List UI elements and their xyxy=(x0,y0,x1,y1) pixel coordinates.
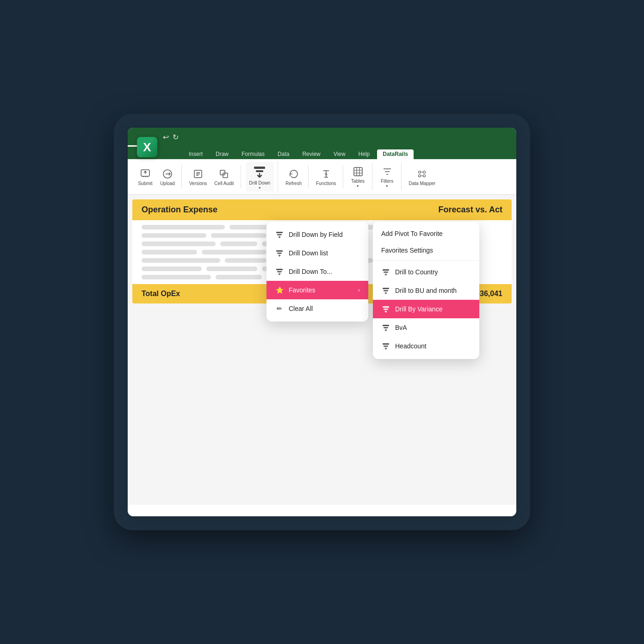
upload-button[interactable]: Upload xyxy=(157,166,178,187)
versions-button[interactable]: Versions xyxy=(186,166,210,187)
filters-icon xyxy=(381,165,394,178)
drill-by-field-icon xyxy=(275,230,284,239)
cell xyxy=(202,250,266,254)
undo-icon[interactable]: ↩ xyxy=(163,133,169,142)
tables-label: Tables xyxy=(351,179,365,184)
tab-draw[interactable]: Draw xyxy=(210,149,234,159)
cell xyxy=(216,275,262,279)
svg-rect-4 xyxy=(223,173,228,178)
drill-dropdown: Drill Down by Field Drill Down list Dril… xyxy=(266,222,368,322)
group-tables: Tables ▾ xyxy=(344,163,372,191)
svg-rect-20 xyxy=(277,234,282,235)
add-pivot-label: Add Pivot To Favorite xyxy=(381,230,443,237)
refresh-button[interactable]: Refresh xyxy=(283,166,304,187)
data-mapper-icon xyxy=(415,167,428,180)
forecast-vs-act-title: Forecast vs. Act xyxy=(439,205,502,215)
ribbon-tabs: Insert Draw Formulas Data Review View He… xyxy=(128,146,516,159)
favorites-submenu: Add Pivot To Favorite Favorites Settings… xyxy=(373,222,479,359)
upload-icon xyxy=(161,167,174,180)
excel-logo: X xyxy=(137,137,157,157)
excel-topbar: ↩ ↻ xyxy=(128,128,516,146)
headcount-label: Headcount xyxy=(395,342,427,350)
favorites-chevron: › xyxy=(358,287,360,293)
tables-icon xyxy=(352,165,365,178)
tab-help[interactable]: Help xyxy=(353,149,376,159)
svg-point-15 xyxy=(419,175,421,177)
tab-formulas[interactable]: Formulas xyxy=(236,149,270,159)
main-content: Operation Expense Forecast vs. Act xyxy=(128,195,516,505)
drill-down-icon xyxy=(251,163,268,180)
svg-rect-33 xyxy=(383,343,389,345)
bva-item[interactable]: BvA xyxy=(373,318,479,337)
cell xyxy=(220,242,257,246)
drill-country-item[interactable]: Drill to Country xyxy=(373,263,479,281)
group-data-mapper: Data Mapper xyxy=(402,165,442,188)
clear-all-item[interactable]: ✏ Clear All xyxy=(266,299,368,318)
svg-rect-6 xyxy=(256,170,263,172)
submit-button[interactable]: Submit xyxy=(135,166,155,187)
fav-settings-label: Favorites Settings xyxy=(381,247,433,254)
drill-variance-item[interactable]: Drill By Variance xyxy=(373,300,479,318)
cell xyxy=(142,225,225,229)
group-versions: Versions Cell Audit xyxy=(183,165,241,188)
tables-button[interactable]: Tables ▾ xyxy=(348,164,368,190)
svg-rect-32 xyxy=(384,327,388,328)
drill-variance-label: Drill By Variance xyxy=(395,305,442,313)
total-opex-label: Total OpEx xyxy=(142,290,180,298)
drill-to-icon xyxy=(275,267,284,276)
svg-text:fx: fx xyxy=(325,172,328,176)
svg-rect-3 xyxy=(220,170,225,175)
group-submit: Submit Upload xyxy=(131,165,182,188)
data-mapper-button[interactable]: Data Mapper xyxy=(406,166,439,187)
versions-icon xyxy=(192,167,204,180)
bva-label: BvA xyxy=(395,324,407,331)
topbar-controls: ↩ ↻ xyxy=(163,133,179,142)
fav-settings-item[interactable]: Favorites Settings xyxy=(373,242,479,259)
svg-rect-34 xyxy=(384,346,388,347)
functions-button[interactable]: fx Functions xyxy=(313,166,339,187)
excel-window: X ↩ ↻ Insert Draw Formulas Data Review V… xyxy=(128,128,516,516)
drill-list-icon xyxy=(275,248,284,258)
filters-button[interactable]: Filters ▾ xyxy=(377,164,397,190)
fav-divider xyxy=(373,260,479,261)
drill-down-to-item[interactable]: Drill Down To... xyxy=(266,262,368,281)
tab-review[interactable]: Review xyxy=(297,149,326,159)
add-pivot-item[interactable]: Add Pivot To Favorite xyxy=(373,225,479,242)
tab-insert[interactable]: Insert xyxy=(183,149,208,159)
clear-all-label: Clear All xyxy=(289,305,313,312)
tab-view[interactable]: View xyxy=(328,149,351,159)
cell xyxy=(211,233,266,238)
svg-point-13 xyxy=(419,171,421,173)
drill-bu-item[interactable]: Drill to BU and month xyxy=(373,281,479,300)
drill-down-list-item[interactable]: Drill Down list xyxy=(266,244,368,262)
cell xyxy=(225,258,266,263)
svg-rect-8 xyxy=(354,167,362,176)
headcount-item[interactable]: Headcount xyxy=(373,337,479,355)
drill-down-to-label: Drill Down To... xyxy=(289,268,332,275)
redo-icon[interactable]: ↻ xyxy=(173,133,179,142)
drill-down-label: Drill Down xyxy=(249,180,271,186)
functions-label: Functions xyxy=(316,181,336,186)
drill-variance-icon xyxy=(381,304,390,314)
cell-audit-button[interactable]: Cell Audit xyxy=(211,166,236,187)
favorites-icon: ⭐ xyxy=(275,285,284,295)
svg-rect-23 xyxy=(276,269,283,270)
operation-expense-title: Operation Expense xyxy=(142,205,217,215)
svg-rect-28 xyxy=(384,290,388,291)
submit-icon xyxy=(139,167,152,180)
drill-bu-label: Drill to BU and month xyxy=(395,287,457,294)
cell xyxy=(142,250,197,254)
drill-down-button[interactable]: Drill Down ▾ xyxy=(246,162,274,192)
group-drill: Drill Down ▾ xyxy=(242,161,279,192)
svg-rect-19 xyxy=(276,232,283,233)
drill-by-field-item[interactable]: Drill Down by Field xyxy=(266,225,368,244)
spreadsheet-header: Operation Expense Forecast vs. Act xyxy=(132,199,512,220)
tab-datarails[interactable]: DataRails xyxy=(377,149,414,159)
cell xyxy=(142,233,206,238)
ribbon-toolbar: Submit Upload Versions xyxy=(128,159,516,195)
cell-audit-icon xyxy=(217,167,230,180)
tab-data[interactable]: Data xyxy=(272,149,295,159)
favorites-item[interactable]: ⭐ Favorites › xyxy=(266,281,368,299)
drill-country-label: Drill to Country xyxy=(395,268,438,276)
upload-label: Upload xyxy=(160,181,175,186)
